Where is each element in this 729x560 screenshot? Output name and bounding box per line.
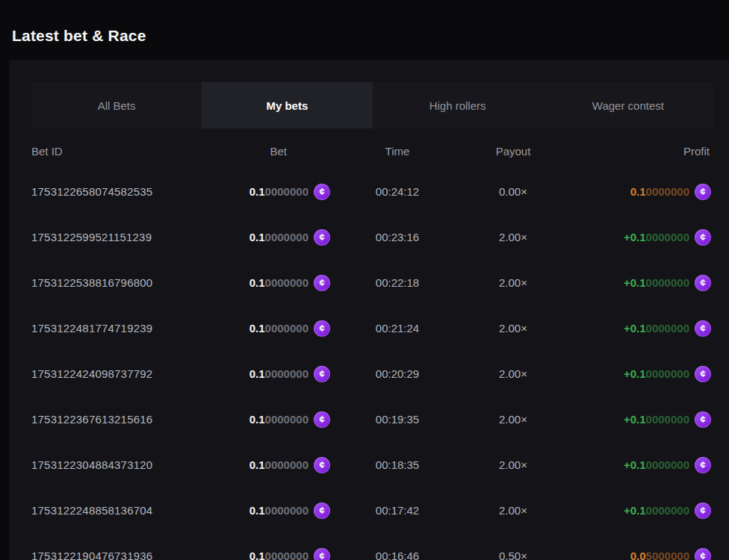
bet-amount-zeros: 0000000 bbox=[265, 322, 308, 335]
bet-id: 1753122248858136704 bbox=[31, 504, 211, 517]
bet-amount-main: 0.1 bbox=[249, 367, 265, 380]
bet-amount-zeros: 0000000 bbox=[265, 550, 308, 560]
bet-payout: 2.00× bbox=[465, 276, 562, 289]
tab-all-bets[interactable]: All Bets bbox=[31, 82, 202, 128]
currency-coin-icon: ¢ bbox=[314, 320, 330, 337]
bet-profit-main: +0.1 bbox=[624, 504, 646, 517]
bet-amount-main: 0.1 bbox=[249, 504, 265, 517]
currency-coin-icon: ¢ bbox=[695, 411, 711, 428]
bet-profit-main: 0.0 bbox=[630, 550, 646, 560]
bets-panel: All Bets My bets High rollers Wager cont… bbox=[9, 60, 729, 560]
bet-payout: 2.00× bbox=[465, 413, 562, 426]
bet-amount-main: 0.1 bbox=[249, 550, 265, 560]
bet-profit: +0.10000000 ¢ bbox=[562, 320, 711, 337]
bet-profit-main: +0.1 bbox=[624, 322, 646, 335]
bet-amount-zeros: 0000000 bbox=[265, 458, 308, 471]
bet-profit-zeros: 5000000 bbox=[646, 550, 689, 560]
bet-payout: 2.00× bbox=[465, 231, 562, 243]
currency-coin-icon: ¢ bbox=[695, 275, 711, 291]
bet-profit: +0.10000000 ¢ bbox=[562, 366, 711, 382]
bet-amount-zeros: 0000000 bbox=[265, 185, 308, 198]
bet-profit: 0.10000000 ¢ bbox=[562, 184, 711, 200]
bet-profit-main: 0.1 bbox=[630, 185, 646, 198]
table-row[interactable]: 1753122599521151239 0.10000000 ¢ 00:23:1… bbox=[9, 214, 729, 260]
tab-high-rollers[interactable]: High rollers bbox=[373, 82, 543, 128]
bet-amount: 0.10000000 ¢ bbox=[211, 548, 330, 560]
bet-amount: 0.10000000 ¢ bbox=[211, 320, 330, 337]
bet-amount-zeros: 0000000 bbox=[265, 231, 308, 243]
page-title: Latest bet & Race bbox=[12, 27, 146, 45]
bet-payout: 2.00× bbox=[465, 322, 562, 335]
currency-coin-icon: ¢ bbox=[695, 229, 711, 246]
bet-id: 1753122481774719239 bbox=[31, 322, 211, 335]
currency-coin-icon: ¢ bbox=[695, 320, 711, 337]
bet-amount-main: 0.1 bbox=[249, 276, 265, 289]
currency-coin-icon: ¢ bbox=[314, 503, 330, 519]
header-time: Time bbox=[330, 145, 465, 158]
table-row[interactable]: 1753122658074582535 0.10000000 ¢ 00:24:1… bbox=[9, 169, 729, 214]
bet-time: 00:18:35 bbox=[330, 458, 465, 471]
tab-wager-contest[interactable]: Wager contest bbox=[543, 82, 713, 128]
bet-profit-zeros: 0000000 bbox=[646, 322, 689, 335]
bet-amount-main: 0.1 bbox=[249, 185, 265, 198]
bet-id: 1753122599521151239 bbox=[31, 231, 211, 243]
table-header-row: Bet ID Bet Time Payout Profit bbox=[9, 133, 729, 169]
table-row[interactable]: 1753122190476731936 0.10000000 ¢ 00:16:4… bbox=[9, 533, 729, 560]
bet-time: 00:24:12 bbox=[330, 185, 465, 198]
table-row[interactable]: 1753122248858136704 0.10000000 ¢ 00:17:4… bbox=[9, 488, 729, 533]
currency-coin-icon: ¢ bbox=[314, 366, 330, 382]
header-bet: Bet bbox=[211, 145, 330, 158]
bet-profit-main: +0.1 bbox=[624, 458, 646, 471]
bet-amount-main: 0.1 bbox=[249, 231, 265, 243]
bet-amount: 0.10000000 ¢ bbox=[211, 275, 330, 291]
table-row[interactable]: 1753122367613215616 0.10000000 ¢ 00:19:3… bbox=[9, 396, 729, 442]
bet-amount-zeros: 0000000 bbox=[265, 504, 308, 517]
currency-coin-icon: ¢ bbox=[314, 411, 330, 428]
bet-amount-main: 0.1 bbox=[249, 458, 265, 471]
bet-profit-main: +0.1 bbox=[624, 231, 646, 243]
bet-amount-zeros: 0000000 bbox=[265, 413, 308, 426]
currency-coin-icon: ¢ bbox=[314, 184, 330, 200]
bet-time: 00:23:16 bbox=[330, 231, 465, 243]
bet-profit: +0.10000000 ¢ bbox=[562, 229, 711, 246]
bet-amount: 0.10000000 ¢ bbox=[211, 411, 330, 428]
bets-tabbar: All Bets My bets High rollers Wager cont… bbox=[31, 82, 713, 128]
table-row[interactable]: 1753122424098737792 0.10000000 ¢ 00:20:2… bbox=[9, 351, 729, 396]
currency-coin-icon: ¢ bbox=[314, 275, 330, 291]
bet-profit: +0.10000000 ¢ bbox=[562, 457, 711, 473]
bet-amount-zeros: 0000000 bbox=[265, 367, 308, 380]
bet-payout: 2.00× bbox=[465, 458, 562, 471]
bet-profit: +0.10000000 ¢ bbox=[562, 411, 711, 428]
bet-profit-zeros: 0000000 bbox=[646, 504, 689, 517]
tab-my-bets[interactable]: My bets bbox=[202, 82, 372, 128]
bet-profit-zeros: 0000000 bbox=[646, 367, 689, 380]
header-bet-id: Bet ID bbox=[31, 145, 211, 158]
table-row[interactable]: 1753122481774719239 0.10000000 ¢ 00:21:2… bbox=[9, 305, 729, 351]
bet-id: 1753122658074582535 bbox=[31, 185, 211, 198]
bet-profit: 0.05000000 ¢ bbox=[562, 548, 711, 560]
bet-amount: 0.10000000 ¢ bbox=[211, 503, 330, 519]
bet-id: 1753122367613215616 bbox=[31, 413, 211, 426]
bet-profit-zeros: 0000000 bbox=[646, 231, 689, 243]
currency-coin-icon: ¢ bbox=[695, 457, 711, 473]
bet-id: 1753122538816796800 bbox=[31, 276, 211, 289]
bet-amount-main: 0.1 bbox=[249, 322, 265, 335]
bet-profit-main: +0.1 bbox=[624, 413, 646, 426]
bet-id: 1753122424098737792 bbox=[31, 367, 211, 380]
bet-time: 00:19:35 bbox=[330, 413, 465, 426]
bet-profit-zeros: 0000000 bbox=[646, 458, 689, 471]
currency-coin-icon: ¢ bbox=[695, 366, 711, 382]
bet-time: 00:17:42 bbox=[330, 504, 465, 517]
bet-profit-zeros: 0000000 bbox=[646, 276, 689, 289]
header-profit: Profit bbox=[562, 145, 711, 158]
bet-amount-main: 0.1 bbox=[249, 413, 265, 426]
bet-payout: 2.00× bbox=[465, 504, 562, 517]
table-row[interactable]: 1753122538816796800 0.10000000 ¢ 00:22:1… bbox=[9, 260, 729, 305]
bet-time: 00:20:29 bbox=[330, 367, 465, 380]
currency-coin-icon: ¢ bbox=[695, 503, 711, 519]
currency-coin-icon: ¢ bbox=[695, 548, 711, 560]
currency-coin-icon: ¢ bbox=[695, 184, 711, 200]
bet-amount: 0.10000000 ¢ bbox=[211, 366, 330, 382]
table-row[interactable]: 1753122304884373120 0.10000000 ¢ 00:18:3… bbox=[9, 442, 729, 488]
bet-id: 1753122190476731936 bbox=[31, 550, 211, 560]
